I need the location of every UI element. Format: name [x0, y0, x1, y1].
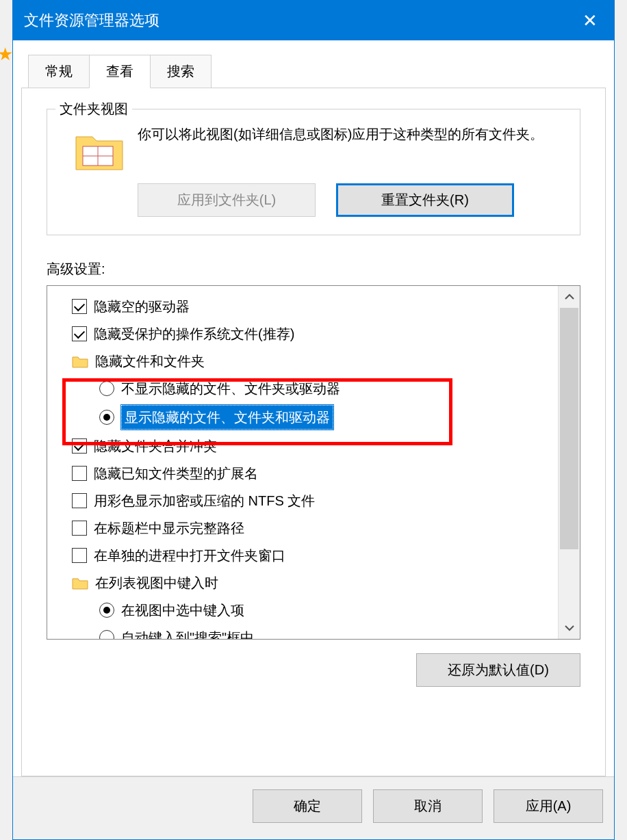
- selected-item-text: 显示隐藏的文件、文件夹和驱动器: [121, 405, 333, 430]
- tab-content-view: 文件夹视图 你可以将此视图(如详细信息或图标)应用于这种类型的所有文件夹。 应用…: [21, 88, 606, 776]
- vertical-scrollbar[interactable]: [558, 286, 580, 639]
- checkbox-icon[interactable]: [72, 493, 87, 508]
- folder-view-group: 文件夹视图 你可以将此视图(如详细信息或图标)应用于这种类型的所有文件夹。 应用…: [47, 109, 580, 235]
- chevron-up-icon: [565, 293, 574, 300]
- folder-icon: [72, 576, 88, 590]
- tree-item-hidden-files-folder[interactable]: 隐藏文件和文件夹: [47, 347, 558, 375]
- ok-button[interactable]: 确定: [253, 789, 362, 823]
- scroll-up-button[interactable]: [559, 286, 580, 308]
- tree-item-auto-type-search[interactable]: 自动键入到"搜索"框中: [47, 624, 558, 639]
- radio-icon[interactable]: [99, 410, 114, 425]
- tab-search[interactable]: 搜索: [150, 55, 212, 88]
- dialog-body: 常规 查看 搜索 文件夹视图 你可以将此视图(如详细信息或图标)应用: [13, 40, 614, 776]
- cancel-button[interactable]: 取消: [373, 789, 483, 823]
- dialog-window: 文件资源管理器选项 ✕ 常规 查看 搜索 文件夹视图: [12, 0, 615, 840]
- tree-item-hide-known-ext[interactable]: 隐藏已知文件类型的扩展名: [47, 460, 558, 487]
- tree-item-hide-protected[interactable]: 隐藏受保护的操作系统文件(推荐): [47, 320, 558, 347]
- checkbox-icon[interactable]: [72, 326, 87, 341]
- checkbox-icon[interactable]: [72, 438, 87, 454]
- advanced-settings-label: 高级设置:: [47, 260, 580, 278]
- scrollbar-thumb[interactable]: [560, 308, 578, 549]
- tree-item-type-in-list-view[interactable]: 在列表视图中键入时: [47, 569, 558, 596]
- radio-icon[interactable]: [99, 381, 114, 396]
- tree-item-separate-process[interactable]: 在单独的进程中打开文件夹窗口: [47, 542, 558, 569]
- chevron-down-icon: [565, 625, 574, 631]
- apply-to-folders-button: 应用到文件夹(L): [138, 183, 316, 217]
- tab-bar: 常规 查看 搜索: [28, 54, 606, 88]
- checkbox-icon[interactable]: [72, 521, 87, 536]
- tree-item-color-ntfs[interactable]: 用彩色显示加密或压缩的 NTFS 文件: [47, 487, 558, 514]
- folder-icon: [72, 354, 88, 368]
- tree-item-dont-show-hidden[interactable]: 不显示隐藏的文件、文件夹或驱动器: [47, 375, 558, 402]
- tree-item-select-typed[interactable]: 在视图中选中键入项: [47, 596, 558, 624]
- star-decoration: ★: [0, 44, 13, 65]
- checkbox-icon[interactable]: [72, 299, 87, 314]
- tree-scroll-viewport[interactable]: 隐藏空的驱动器 隐藏受保护的操作系统文件(推荐) 隐藏文件和文件夹 不显示隐藏的…: [47, 286, 558, 639]
- checkbox-icon[interactable]: [72, 466, 87, 481]
- tab-general[interactable]: 常规: [28, 55, 90, 88]
- dialog-footer: 确定 取消 应用(A): [13, 776, 614, 839]
- scroll-down-button[interactable]: [559, 617, 580, 639]
- tree-item-hide-empty-drives[interactable]: 隐藏空的驱动器: [47, 293, 558, 320]
- reset-folders-button[interactable]: 重置文件夹(R): [336, 183, 514, 217]
- close-button[interactable]: ✕: [566, 1, 614, 40]
- folder-view-desc: 你可以将此视图(如详细信息或图标)应用于这种类型的所有文件夹。: [138, 123, 566, 171]
- restore-defaults-button[interactable]: 还原为默认值(D): [416, 653, 580, 687]
- scrollbar-track[interactable]: [559, 308, 580, 617]
- checkbox-icon[interactable]: [72, 548, 87, 563]
- titlebar[interactable]: 文件资源管理器选项 ✕: [13, 1, 614, 40]
- close-icon: ✕: [583, 10, 598, 31]
- advanced-settings-tree: 隐藏空的驱动器 隐藏受保护的操作系统文件(推荐) 隐藏文件和文件夹 不显示隐藏的…: [47, 285, 580, 640]
- radio-icon[interactable]: [99, 630, 114, 639]
- window-title: 文件资源管理器选项: [24, 10, 159, 31]
- tree-item-hide-merge-conflicts[interactable]: 隐藏文件夹合并冲突: [47, 432, 558, 460]
- tab-view[interactable]: 查看: [89, 55, 151, 88]
- folder-view-legend: 文件夹视图: [55, 100, 132, 118]
- folder-icon: [75, 130, 124, 171]
- tree-item-full-path-title[interactable]: 在标题栏中显示完整路径: [47, 514, 558, 542]
- tree-item-show-hidden[interactable]: 显示隐藏的文件、文件夹和驱动器: [47, 402, 558, 432]
- apply-button[interactable]: 应用(A): [494, 789, 603, 823]
- radio-icon[interactable]: [99, 603, 114, 618]
